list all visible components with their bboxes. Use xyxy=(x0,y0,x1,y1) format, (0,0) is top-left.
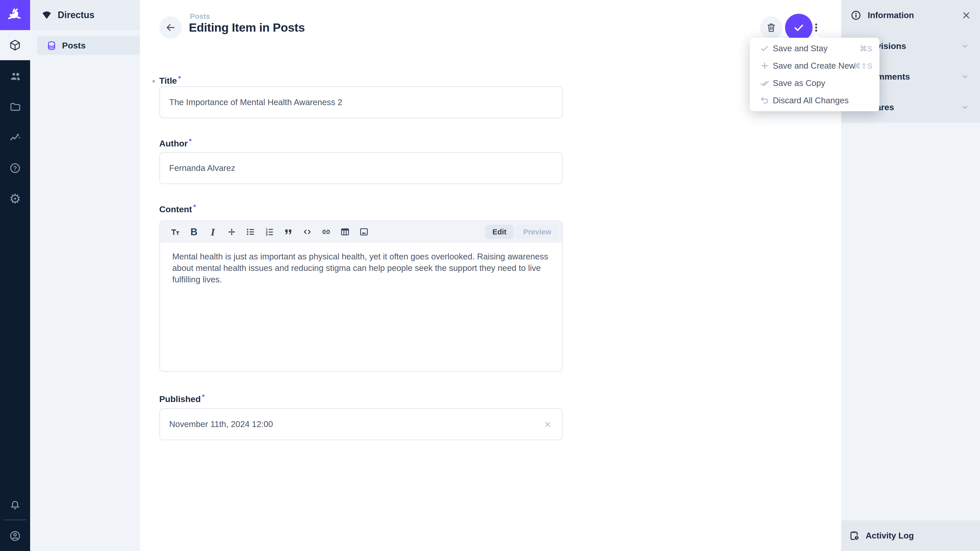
save-button[interactable] xyxy=(785,14,813,41)
insights-icon xyxy=(9,131,21,144)
sidebar-section-information[interactable]: Information xyxy=(841,0,980,30)
title-input[interactable] xyxy=(159,86,563,118)
clear-date-button[interactable] xyxy=(542,418,554,430)
folder-icon xyxy=(9,101,21,113)
undo-icon xyxy=(760,96,770,105)
author-field-label: Author* xyxy=(159,137,192,148)
notifications-button[interactable] xyxy=(0,490,30,520)
module-files[interactable] xyxy=(0,92,30,122)
module-help[interactable]: ? xyxy=(0,153,30,183)
sidebar-item-label: Posts xyxy=(62,41,86,51)
italic-icon[interactable]: I xyxy=(205,224,220,239)
title-field-label: Title* xyxy=(159,75,181,86)
required-mark: * xyxy=(193,203,196,211)
help-icon: ? xyxy=(9,162,21,174)
module-bar-divider xyxy=(3,519,27,520)
module-bar: ? ⚙ xyxy=(0,0,30,551)
author-input[interactable] xyxy=(159,152,563,184)
account-button[interactable] xyxy=(0,521,30,551)
module-content[interactable] xyxy=(0,30,30,60)
close-icon xyxy=(961,10,971,21)
chevron-down-icon xyxy=(960,102,970,112)
info-icon xyxy=(850,10,862,21)
editor-view-tabs: Edit Preview xyxy=(485,225,558,239)
more-vert-icon xyxy=(811,22,822,33)
required-mark: * xyxy=(189,137,191,145)
published-field-label: Published* xyxy=(159,393,205,404)
box-icon xyxy=(9,39,21,51)
strikethrough-icon[interactable] xyxy=(224,224,239,239)
rabbit-logo-icon xyxy=(7,7,23,23)
sidebar-section-title: Information xyxy=(868,11,914,20)
trash-icon xyxy=(765,22,777,33)
chevron-down-icon xyxy=(960,41,970,51)
activity-log-button[interactable]: Activity Log xyxy=(841,520,980,551)
shortcut-label: ⌘⇧S xyxy=(853,62,872,70)
account-icon xyxy=(9,530,21,542)
arrow-left-icon xyxy=(165,22,176,33)
check-icon xyxy=(792,21,805,34)
required-mark: * xyxy=(202,393,204,400)
tab-edit[interactable]: Edit xyxy=(485,225,514,239)
project-header[interactable]: Directus xyxy=(30,0,140,30)
shortcut-label: ⌘S xyxy=(859,44,872,53)
database-icon xyxy=(46,40,57,51)
table-icon[interactable] xyxy=(338,224,352,239)
numbered-list-icon[interactable]: 1 2 3 xyxy=(262,224,277,239)
quote-icon[interactable] xyxy=(281,224,296,239)
project-logo-icon xyxy=(41,10,52,21)
svg-text:?: ? xyxy=(13,165,17,171)
tab-preview[interactable]: Preview xyxy=(516,225,558,239)
page-title: Editing Item in Posts xyxy=(189,21,305,35)
sidebar-item-posts[interactable]: Posts xyxy=(37,36,140,55)
code-icon[interactable] xyxy=(300,224,315,239)
bell-icon xyxy=(9,499,21,511)
image-icon[interactable] xyxy=(356,224,371,239)
close-sidebar-button[interactable] xyxy=(961,10,972,21)
directus-logo[interactable] xyxy=(0,0,30,30)
link-icon[interactable] xyxy=(319,224,334,239)
delete-button[interactable] xyxy=(760,16,783,39)
module-users[interactable] xyxy=(0,61,30,91)
project-name: Directus xyxy=(58,10,94,21)
close-icon xyxy=(543,420,552,429)
menu-item-save-as-copy[interactable]: Save as Copy xyxy=(750,75,880,92)
back-button[interactable] xyxy=(159,16,182,39)
content-editor-toolbar: B I 1 2 3 xyxy=(160,221,562,243)
activity-log-icon xyxy=(849,530,860,541)
check-icon xyxy=(760,44,770,53)
content-textarea[interactable]: Mental health is just as important as ph… xyxy=(172,251,550,285)
breadcrumb[interactable]: Posts xyxy=(190,12,210,21)
menu-item-save-and-stay[interactable]: Save and Stay ⌘S xyxy=(750,40,880,57)
save-options-menu: Save and Stay ⌘S Save and Create New ⌘⇧S… xyxy=(750,38,880,111)
format-size-icon[interactable] xyxy=(168,224,183,239)
svg-text:3: 3 xyxy=(266,233,267,237)
menu-item-discard-all-changes[interactable]: Discard All Changes xyxy=(750,92,880,109)
published-input[interactable] xyxy=(159,408,563,440)
plus-icon xyxy=(760,61,770,71)
field-modified-dot xyxy=(152,80,155,83)
navigation-sidebar: Directus Posts xyxy=(30,0,140,551)
bulleted-list-icon[interactable] xyxy=(243,224,258,239)
chevron-down-icon xyxy=(960,72,970,81)
activity-log-label: Activity Log xyxy=(865,531,914,540)
settings-icon: ⚙ xyxy=(9,192,21,205)
content-field-label: Content* xyxy=(159,203,196,214)
required-mark: * xyxy=(178,75,181,82)
double-check-icon xyxy=(760,78,770,88)
users-icon xyxy=(9,70,21,83)
bold-icon[interactable]: B xyxy=(186,224,201,239)
module-insights[interactable] xyxy=(0,122,30,152)
module-settings[interactable]: ⚙ xyxy=(0,184,30,214)
menu-item-save-and-create-new[interactable]: Save and Create New ⌘⇧S xyxy=(750,57,880,75)
content-editor: B I 1 2 3 xyxy=(159,221,563,372)
